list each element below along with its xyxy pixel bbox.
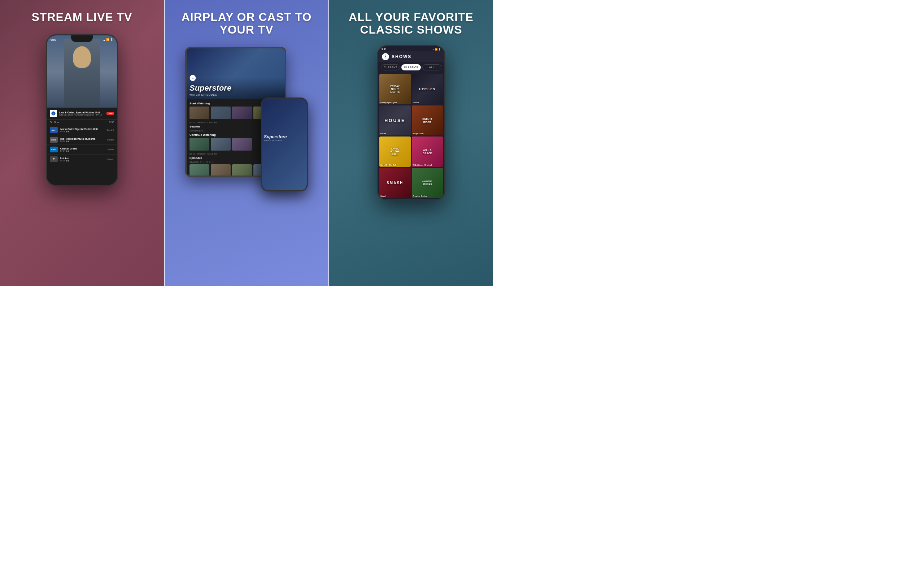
panel-3-title: ALL YOUR FAVORITE CLASSIC SHOWS [336,11,486,36]
phone-1-screen: N Law & Order: Special Victims Unit S21 … [47,36,117,185]
house-image: HOUSE [379,106,411,136]
tablet-thumb-9 [211,164,231,176]
tab-all[interactable]: ALL [422,64,442,70]
tablet-hero: N Superstore WATCH EPISODES [187,48,285,99]
channel-info-bravo: The Real Housewives of Atlanta TV-14 ◉◉ [60,138,105,142]
tablet-thumb-1 [189,107,209,119]
tablet-thumb-6 [211,138,231,151]
tablet-thumb-5 [189,138,209,151]
amazing-image: AMAZINGSTORIES [412,168,443,198]
show-card-heroes[interactable]: HER⊙ES Heroes [412,74,443,104]
nbc-channel-logo: NBC [50,127,58,133]
ch-title-nbc: Law & Order: Special Victims Unit [60,128,104,131]
status-icons: ▲📶🔋 [103,38,113,41]
tablet-thumb-10 [232,164,252,176]
knight-image: KNIGHTRIDER [412,106,443,136]
show-card-sbtb[interactable]: SAVEDBY THEBELL Saved By The Bell [379,137,411,167]
ch-next-bravo: Southe [107,139,114,141]
show-card-knight[interactable]: KNIGHTRIDER Knight Rider [412,106,443,136]
wag-label: Will & Grace (Original) [413,164,432,166]
channel-list-header: On Now 9:30 [47,120,117,125]
channel-item-nbc[interactable]: NBC Law & Order: Special Victims Unit TV… [47,125,117,135]
ch-title-bravo: The Real Housewives of Atlanta [60,138,105,140]
now-playing-bar: N Law & Order: Special Victims Unit S21 … [47,107,117,120]
sbtb-label: Saved By The Bell [380,164,396,166]
ph3-status-icons: ▲ 📶 🔋 [432,48,441,51]
ch-title-cnbc: Amerian Greed [60,147,105,150]
show-card-smash[interactable]: SMASH Smash [379,168,411,198]
channel-item-e[interactable]: E Botched TV-14 ◉◉ Keepin [47,155,117,164]
show-subtitle: S21 E11 | She Paints for Vengeance | TV-… [59,114,104,116]
show-hero-image [47,36,117,107]
channel-item-cnbc[interactable]: CNBC Amerian Greed TV-14 ◉◉ Mad M [47,145,117,155]
tablet-thumb-8 [189,164,209,176]
tablet-thumb-3 [232,107,252,119]
cnbc-channel-logo: CNBC [50,147,58,152]
knight-label: Knight Rider [413,132,424,135]
ch-rating-cnbc: TV-14 ◉◉ [60,150,105,152]
shows-grid: FRIDAYNIGHTLIGHTS Friday Night Lights HE… [378,73,444,199]
show-card-amazing[interactable]: AMAZINGSTORIES Amazing Stories [412,168,443,198]
channel-info-cnbc: Amerian Greed TV-14 ◉◉ [60,147,105,152]
watch-label-phone2: WATCH EPISODES [264,139,287,141]
phone-3-app-header: SHOWS [378,51,444,62]
panel-2-title: AIRPLAY OR CAST TO YOUR TV [172,11,321,36]
ch-rating-bravo: TV-14 ◉◉ [60,140,105,142]
devices-container: N Superstore WATCH EPISODES Start Watchi… [185,47,308,191]
channel-list: On Now 9:30 NBC Law & Order: Special Vic… [47,120,117,185]
tablet-thumb-2 [211,107,231,119]
tab-classics[interactable]: CLASSICS [402,64,420,70]
heroes-image: HER⊙ES [412,74,443,104]
channel-info-nbc: Law & Order: Special Victims Unit TV-14 … [60,128,104,132]
amazing-label: Amazing Stories [413,195,427,197]
superstore-logo-tablet: Superstore [189,83,231,93]
channel-info-e: Botched TV-14 ◉◉ [60,157,105,162]
channel-item-bravo[interactable]: bravo The Real Housewives of Atlanta TV-… [47,135,117,145]
show-card-fnl[interactable]: FRIDAYNIGHTLIGHTS Friday Night Lights [379,74,411,104]
ch-rating-nbc: TV-14 ◉◉ [60,131,104,132]
show-title: Law & Order: Special Victims Unit [59,111,104,114]
on-now-label: On Now [50,121,59,123]
phone-mockup-1: 9:00 ▲📶🔋 N Law & Order: S [46,34,118,186]
heroes-label: Heroes [413,101,419,104]
svg-text:N: N [53,113,54,115]
fnl-image: FRIDAYNIGHTLIGHTS [379,74,411,104]
now-playing-info: Law & Order: Special Victims Unit S21 E1… [59,111,104,116]
show-card-wag[interactable]: WILL &GRACE Will & Grace (Original) [412,137,443,167]
nbc-logo-small: N [50,110,57,117]
shows-title: SHOWS [392,54,411,59]
panel-1-title: STREAM LIVE TV [32,11,132,23]
status-time: 9:00 [51,38,56,42]
phone-3-screen: 9:41 ▲ 📶 🔋 [378,46,444,199]
hero-person-silhouette [64,39,100,107]
ch-title-e: Botched [60,157,105,160]
tabs-bar: CURRENT CLASSICS ALL [378,62,444,73]
phone-2-screen: 9:00 ▲ 📶 🔋 N WATCH EPISODES 📡 Superstore [262,99,307,190]
ch-next-nbc: Good C [107,129,114,131]
panel-airplay-cast: AIRPLAY OR CAST TO YOUR TV N [164,0,329,286]
bravo-channel-logo: bravo [50,137,58,143]
panel-stream-live: STREAM LIVE TV 9:00 ▲📶🔋 N [0,0,164,286]
watch-episodes-label: WATCH EPISODES [189,93,231,96]
phone-3-status-bar: 9:41 ▲ 📶 🔋 [378,46,444,51]
ch-rating-e: TV-14 ◉◉ [60,160,105,162]
house-label: House [380,132,386,135]
phone-2-hero: Superstore WATCH EPISODES [262,111,307,143]
ph3-time: 9:41 [381,48,386,51]
phone-mockup-2: 9:00 ▲ 📶 🔋 N WATCH EPISODES 📡 Superstore [261,98,308,191]
svg-text:N: N [192,77,194,79]
tablet-thumb-7 [232,138,252,151]
smash-image: SMASH [379,168,411,198]
show-card-house[interactable]: HOUSE House [379,106,411,136]
fnl-label: Friday Night Lights [380,101,397,104]
ch-next-cnbc: Mad M [107,148,114,151]
panel-classic-shows: ALL YOUR FAVORITE CLASSIC SHOWS 9:41 ▲ 📶… [329,0,493,286]
smash-label: Smash [380,195,386,197]
e-channel-logo: E [50,156,58,162]
phone-mockup-3: 9:41 ▲ 📶 🔋 [377,45,445,201]
status-bar-1: 9:00 ▲📶🔋 [47,36,117,44]
superstore-logo-phone2: Superstore [264,134,287,139]
tab-current[interactable]: CURRENT [381,64,400,70]
ch-next-e: Keepin [107,158,114,160]
live-badge: LIVE [107,112,114,115]
